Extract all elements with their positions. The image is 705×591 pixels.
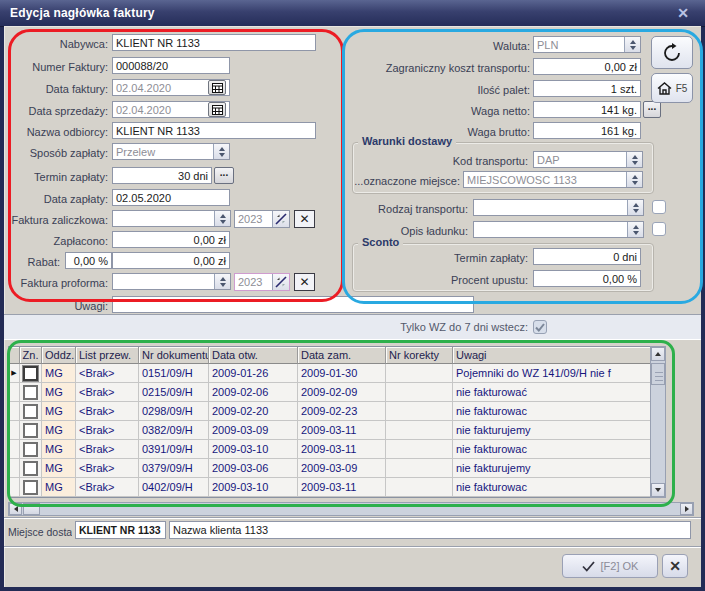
oznaczone-miejsce-combo[interactable]: MIEJSCOWOSC 1133 [463, 171, 643, 188]
year-spin-icon[interactable] [272, 274, 289, 290]
spinner-icon[interactable] [213, 144, 229, 159]
year-spin-icon[interactable] [272, 211, 289, 227]
kod-transportu-combo[interactable]: DAP [533, 151, 643, 168]
row-checkbox[interactable] [23, 461, 38, 476]
spinner-icon[interactable] [214, 211, 230, 226]
table-vertical-scrollbar[interactable] [650, 346, 666, 498]
sposob-zaplaty-value: Przelew [113, 144, 213, 159]
uwagi-label: Uwagi: [0, 298, 108, 315]
calendar-icon[interactable] [208, 80, 226, 95]
cell-nr-korekty [386, 478, 453, 497]
procent-upustu-field[interactable]: 0,00 % [533, 270, 641, 287]
waga-netto-more-button[interactable]: ... [643, 101, 661, 118]
row-checkbox[interactable] [23, 366, 38, 381]
header-list-przew[interactable]: List przew. [76, 347, 139, 364]
header-nr-korekty[interactable]: Nr korekty [386, 347, 453, 364]
nabywca-field[interactable]: KLIENT NR 1133 [112, 34, 316, 51]
header-data-otw[interactable]: Data otw. [209, 347, 298, 364]
miejsce-dostawy-field[interactable]: KLIENT NR 1133 [75, 521, 166, 539]
faktura-zaliczkowa-value [113, 211, 214, 226]
spinner-icon[interactable] [626, 152, 642, 167]
header-uwagi[interactable]: Uwagi [453, 347, 651, 364]
rabat-value-field[interactable]: 0,00 zł [112, 252, 230, 269]
header-data-zam[interactable]: Data zam. [298, 347, 386, 364]
row-select-cell [20, 383, 42, 402]
faktura-proforma-combo[interactable] [112, 273, 231, 290]
header-oddz[interactable]: Oddz. [42, 347, 76, 364]
table-row[interactable]: MG<Brak>0379/09/H2009-03-062009-03-09nie… [9, 459, 651, 478]
row-checkbox[interactable] [23, 480, 38, 495]
divider [4, 517, 701, 519]
scroll-right-icon[interactable] [680, 503, 693, 515]
rodzaj-transportu-checkbox[interactable] [652, 200, 666, 214]
table-row[interactable]: MG<Brak>0382/09/H2009-03-092009-03-11nie… [9, 421, 651, 440]
table-row[interactable]: MG<Brak>0402/09/H2009-03-102009-03-11nie… [9, 478, 651, 497]
refresh-button[interactable] [651, 36, 693, 69]
ilosc-palet-field[interactable]: 1 szt. [533, 80, 641, 97]
table-horizontal-scrollbar[interactable] [8, 502, 694, 516]
sposob-zaplaty-combo[interactable]: Przelew [112, 143, 230, 160]
termin-zaplaty-field[interactable]: 30 dni [112, 167, 212, 184]
cell-uwagi: nie fakturować [453, 383, 651, 402]
scroll-left-icon[interactable] [9, 503, 22, 515]
scroll-down-icon[interactable] [651, 483, 665, 497]
cell-uwagi: nie fakturowac [453, 440, 651, 459]
numer-faktury-value: 000088/20 [116, 60, 168, 72]
termin-zaplaty-value: 30 dni [178, 170, 208, 182]
calendar-icon[interactable] [208, 102, 226, 117]
numer-faktury-field[interactable]: 000088/20 [112, 57, 230, 74]
zagraniczny-koszt-value: 0,00 zł [605, 61, 637, 73]
spinner-icon[interactable] [624, 37, 640, 52]
termin-zaplaty-more-button[interactable]: ... [214, 167, 234, 184]
spinner-icon[interactable] [627, 200, 643, 215]
vertical-scroll-thumb[interactable] [651, 363, 665, 385]
data-faktury-field[interactable]: 02.04.2020 [112, 79, 230, 96]
opis-ladunku-combo[interactable] [473, 221, 644, 238]
row-checkbox[interactable] [23, 423, 38, 438]
faktura-zaliczkowa-year[interactable]: 2023 [234, 210, 290, 228]
rodzaj-transportu-value [474, 200, 627, 215]
waga-netto-field[interactable]: 141 kg. [533, 101, 641, 118]
spinner-icon[interactable] [626, 172, 642, 187]
sconto-termin-field[interactable]: 0 dni [533, 248, 641, 265]
horizontal-scroll-thumb[interactable] [23, 503, 40, 515]
waga-brutto-field[interactable]: 161 kg. [533, 122, 641, 139]
waluta-combo[interactable]: PLN [533, 36, 641, 53]
zaplacono-field[interactable]: 0,00 zł [112, 231, 230, 248]
table-row[interactable]: MG<Brak>0298/09/H2009-02-202009-02-23nie… [9, 402, 651, 421]
table-row[interactable]: ▶MG<Brak>0151/09/H2009-01-262009-01-30Po… [9, 364, 651, 383]
nazwa-odbiorcy-value: KLIENT NR 1133 [116, 125, 200, 137]
spinner-icon[interactable] [627, 222, 643, 237]
data-zaplaty-field[interactable]: 02.05.2020 [112, 189, 230, 206]
nazwa-odbiorcy-field[interactable]: KLIENT NR 1133 [112, 122, 316, 139]
row-checkbox[interactable] [23, 385, 38, 400]
faktura-zaliczkowa-clear-icon[interactable]: ✕ [294, 210, 315, 228]
faktura-proforma-clear-icon[interactable]: ✕ [294, 273, 315, 291]
data-sprzedazy-field[interactable]: 02.04.2020 [112, 101, 230, 118]
row-select-cell [20, 364, 42, 383]
title-bar[interactable]: Edycja nagłówka faktury ✕ [0, 0, 705, 27]
scroll-up-icon[interactable] [651, 347, 665, 361]
header-nr-dokumentu[interactable]: Nr dokumentu [139, 347, 209, 364]
home-button[interactable]: F5 [651, 73, 693, 103]
cancel-button[interactable]: ✕ [662, 554, 688, 578]
sconto-title: Sconto [358, 236, 403, 248]
ok-button[interactable]: [F2] OK [562, 554, 658, 578]
zagraniczny-koszt-field[interactable]: 0,00 zł [533, 58, 641, 75]
header-zn[interactable]: Zn. [20, 347, 42, 364]
nazwa-klienta-field[interactable]: Nazwa klienta 1133 [169, 521, 691, 539]
row-checkbox[interactable] [23, 442, 38, 457]
filter-checkbox[interactable] [533, 320, 547, 334]
faktura-proforma-year[interactable]: 2023 [234, 273, 290, 291]
rodzaj-transportu-combo[interactable] [473, 199, 644, 216]
table-row[interactable]: MG<Brak>0215/09/H2009-02-062009-02-09nie… [9, 383, 651, 402]
spinner-icon[interactable] [214, 274, 230, 289]
uwagi-field[interactable] [112, 296, 474, 313]
table-row[interactable]: MG<Brak>0391/09/H2009-03-102009-03-11nie… [9, 440, 651, 459]
cell-oddz: MG [42, 383, 76, 402]
opis-ladunku-checkbox[interactable] [652, 222, 666, 236]
close-icon[interactable]: ✕ [673, 4, 693, 22]
rabat-percent-field[interactable]: 0,00 % [65, 252, 112, 269]
row-checkbox[interactable] [23, 404, 38, 419]
faktura-zaliczkowa-combo[interactable] [112, 210, 231, 227]
